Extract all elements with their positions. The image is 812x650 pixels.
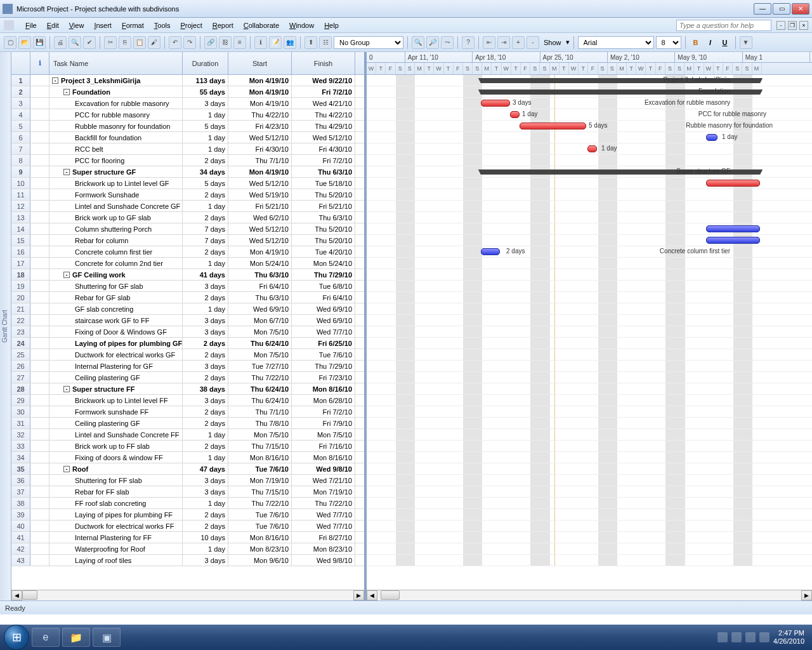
table-row[interactable]: 4PCC for rubble masonry1 dayThu 4/22/10T… xyxy=(11,109,364,121)
menu-collaborate[interactable]: Collaborate xyxy=(239,20,284,31)
gantt-row[interactable] xyxy=(367,532,812,543)
show-label[interactable]: Show xyxy=(541,39,564,46)
taskbar-ie-icon[interactable]: e xyxy=(32,628,60,647)
group-select[interactable]: No Group xyxy=(334,36,403,49)
gantt-row[interactable] xyxy=(367,486,812,498)
table-row[interactable]: 19Shuttering for GF slab3 daysFri 6/4/10… xyxy=(11,281,364,292)
gantt-row[interactable] xyxy=(367,349,812,361)
table-row[interactable]: 6Backfill for foundation1 dayWed 5/12/10… xyxy=(11,132,364,143)
start-header[interactable]: Start xyxy=(228,52,292,74)
outdent-icon[interactable]: ⇤ xyxy=(483,36,495,49)
view-bar[interactable]: Gantt Chart xyxy=(0,52,11,600)
underline-button[interactable]: U xyxy=(719,36,731,49)
gantt-row[interactable]: Concrete column first tier2 days xyxy=(367,246,812,258)
table-row[interactable]: 43Laying of roof tiles3 daysMon 9/6/10We… xyxy=(11,555,364,566)
notes-icon[interactable]: 📝 xyxy=(269,36,282,49)
table-row[interactable]: 26Internal Plastering for GF3 daysTue 7/… xyxy=(11,361,364,372)
zoom-out-icon[interactable]: 🔎 xyxy=(426,36,439,49)
table-row[interactable]: 24Laying of pipes for plumbing GF2 daysT… xyxy=(11,338,364,349)
duration-header[interactable]: Duration xyxy=(183,52,228,74)
hide-sub-icon[interactable]: - xyxy=(527,36,539,49)
gantt-row[interactable] xyxy=(367,555,812,566)
gantt-row[interactable] xyxy=(367,475,812,486)
gantt-row[interactable] xyxy=(367,281,812,292)
table-row[interactable]: 35-Roof47 daysTue 7/6/10Wed 9/8/10 xyxy=(11,463,364,475)
mdi-minimize-button[interactable]: - xyxy=(776,21,785,30)
mdi-restore-button[interactable]: ❐ xyxy=(788,21,797,30)
system-clock[interactable]: 2:47 PM 4/26/2010 xyxy=(773,629,808,646)
gantt-row[interactable] xyxy=(367,395,812,406)
split-icon[interactable]: ≡ xyxy=(233,36,246,49)
goto-icon[interactable]: ⤳ xyxy=(441,36,454,49)
maximize-button[interactable]: ▭ xyxy=(773,3,790,15)
table-row[interactable]: 5Rubble masonry for foundation5 daysFri … xyxy=(11,121,364,132)
taskbar-app-icon[interactable]: ▣ xyxy=(93,628,121,647)
format-painter-icon[interactable]: 🖌 xyxy=(148,36,160,49)
gantt-row[interactable] xyxy=(367,315,812,326)
menu-format[interactable]: Format xyxy=(117,20,149,31)
help-search[interactable] xyxy=(676,20,771,31)
cut-icon[interactable]: ✂ xyxy=(104,36,117,49)
gantt-row[interactable]: Brickwork up to Lintel level GF xyxy=(367,178,812,189)
bold-button[interactable]: B xyxy=(690,36,702,49)
table-row[interactable]: 20Rebar for GF slab2 daysThu 6/3/10Fri 6… xyxy=(11,292,364,303)
gantt-row[interactable]: Excavation for rubble masonry3 days xyxy=(367,98,812,109)
table-row[interactable]: 21GF slab concreting1 dayWed 6/9/10Wed 6… xyxy=(11,303,364,315)
table-row[interactable]: 40Ductwork for electrical works FF2 days… xyxy=(11,521,364,532)
tray-volume-icon[interactable] xyxy=(759,632,769,642)
menu-report[interactable]: Report xyxy=(207,20,239,31)
spelling-icon[interactable]: ✔ xyxy=(83,36,96,49)
table-row[interactable]: 16Concrete column first tier2 daysMon 4/… xyxy=(11,246,364,258)
filter-icon[interactable]: ▼ xyxy=(740,36,752,49)
outline-toggle-icon[interactable]: - xyxy=(63,272,70,278)
gantt-row[interactable]: Rubble masonry for foundation5 days xyxy=(367,121,812,132)
help-icon[interactable]: ? xyxy=(462,36,475,49)
gantt-row[interactable] xyxy=(367,326,812,338)
table-row[interactable]: 29Brickwork up to Lintel level FF3 daysT… xyxy=(11,395,364,406)
table-row[interactable]: 1-Project 3_LekshmiGirija113 daysMon 4/1… xyxy=(11,75,364,86)
paste-icon[interactable]: 📋 xyxy=(133,36,146,49)
table-row[interactable]: 25Ductwork for electrical works GF2 days… xyxy=(11,349,364,361)
gantt-row[interactable] xyxy=(367,521,812,532)
gantt-row[interactable] xyxy=(367,463,812,475)
gantt-row[interactable] xyxy=(367,372,812,383)
table-row[interactable]: 7RCC belt1 dayFri 4/30/10Fri 4/30/10 xyxy=(11,143,364,155)
menu-view[interactable]: View xyxy=(64,20,89,31)
gantt-row[interactable]: Project 3_LekshmiGirija xyxy=(367,75,812,86)
table-row[interactable]: 30Formwork sunshade FF2 daysThu 7/1/10Fr… xyxy=(11,406,364,418)
gantt-scroll-left-icon[interactable]: ◀ xyxy=(367,590,377,600)
table-row[interactable]: 9-Super structure GF34 daysMon 4/19/10Th… xyxy=(11,166,364,178)
task-name-header[interactable]: Task Name xyxy=(49,52,183,74)
finish-header[interactable]: Finish xyxy=(292,52,355,74)
menu-project[interactable]: Project xyxy=(175,20,207,31)
gantt-row[interactable] xyxy=(367,212,812,223)
gantt-row[interactable] xyxy=(367,303,812,315)
row-header-corner[interactable] xyxy=(11,52,30,74)
mdi-close-button[interactable]: × xyxy=(799,21,808,30)
gantt-row[interactable]: Rebar for column xyxy=(367,235,812,246)
gantt-row[interactable]: Backfill for foundation1 day xyxy=(367,132,812,143)
table-row[interactable]: 28-Super structure FF38 daysThu 6/24/10M… xyxy=(11,383,364,395)
task-hscroll[interactable]: ◀ ▶ xyxy=(11,590,364,600)
gantt-row[interactable] xyxy=(367,292,812,303)
table-row[interactable]: 15Rebar for column7 daysWed 5/12/10Thu 5… xyxy=(11,235,364,246)
gantt-scroll-right-icon[interactable]: ▶ xyxy=(801,590,812,600)
gantt-row[interactable]: RCC belt1 day xyxy=(367,143,812,155)
table-row[interactable]: 2-Foundation55 daysMon 4/19/10Fri 7/2/10 xyxy=(11,86,364,98)
table-row[interactable]: 10Brickwork up to Lintel level GF5 daysW… xyxy=(11,178,364,189)
gantt-row[interactable] xyxy=(367,155,812,166)
table-row[interactable]: 22staircase work GF to FF3 daysMon 6/7/1… xyxy=(11,315,364,326)
start-button[interactable]: ⊞ xyxy=(4,625,29,650)
table-row[interactable]: 18-GF Ceiling work41 daysThu 6/3/10Thu 7… xyxy=(11,269,364,281)
outline-toggle-icon[interactable]: - xyxy=(63,169,70,175)
gantt-row[interactable]: Concrete for xyxy=(367,258,812,269)
table-row[interactable]: 17Concrete for column 2nd tier1 dayMon 5… xyxy=(11,258,364,269)
gantt-row[interactable] xyxy=(367,338,812,349)
tray-icon[interactable] xyxy=(745,632,756,642)
tray-icon[interactable] xyxy=(717,632,728,642)
outline-toggle-icon[interactable]: - xyxy=(52,77,58,84)
unlink-icon[interactable]: ⛓ xyxy=(219,36,232,49)
info-icon[interactable]: ℹ xyxy=(254,36,267,49)
link-icon[interactable]: 🔗 xyxy=(204,36,217,49)
minimize-button[interactable]: — xyxy=(754,3,771,15)
